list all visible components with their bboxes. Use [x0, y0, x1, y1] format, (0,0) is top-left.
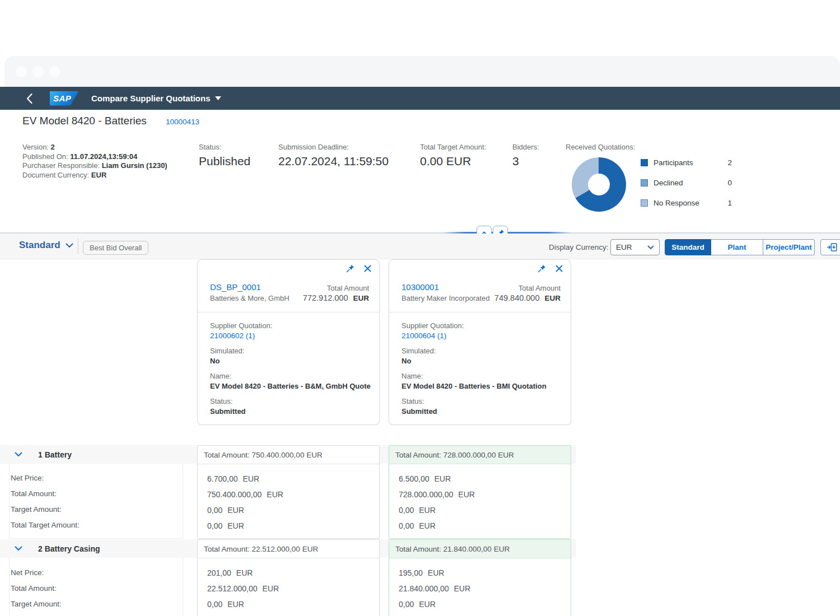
target-amount-value: 0.00 EUR — [420, 155, 471, 168]
card-divider — [198, 312, 379, 312]
close-icon[interactable] — [364, 265, 371, 272]
document-number-link[interactable]: 10000413 — [166, 118, 199, 126]
section-title: 1 Battery — [38, 450, 72, 459]
chevron-down-icon — [66, 243, 73, 248]
segment-project-plant[interactable]: Project/Plant — [763, 239, 815, 255]
supplier-name: Batteries & More, GmbH — [210, 294, 290, 302]
status-label: Status: — [199, 143, 221, 151]
received-quotations-donut — [572, 157, 626, 212]
bidders-value: 3 — [512, 155, 519, 168]
pin-icon[interactable] — [538, 264, 546, 273]
add-quotation-column-button[interactable] — [820, 239, 840, 255]
participants-swatch — [641, 159, 648, 166]
deadline-label: Submission Deadline: — [278, 143, 349, 151]
received-quotations-label: Received Quotations: — [566, 143, 635, 151]
chevron-down-icon — [647, 245, 654, 250]
row-label-total-target-amount: Total Target Amount: — [11, 521, 80, 529]
field-value: Submitted — [402, 407, 437, 416]
row-label-net-price: Net Price: — [11, 474, 44, 482]
no-response-count: 1 — [721, 199, 732, 207]
caret-down-icon — [215, 96, 221, 100]
quotation-card-2: 10300001 Battery Maker Incorporated Tota… — [389, 259, 571, 425]
supplier-id-link[interactable]: 10300001 — [402, 282, 439, 292]
row-label-total-amount: Total Amount: — [11, 584, 57, 592]
best-bid-overall-button[interactable]: Best Bid Overall — [83, 241, 148, 255]
pin-icon[interactable] — [346, 264, 354, 273]
field-label: Supplier Quotation: — [402, 321, 464, 330]
back-button[interactable] — [26, 93, 33, 104]
card-total-value: 772.912.000EUR — [303, 293, 369, 302]
comparison-column-2-battery-casing: Total Amount: 21.840.000,00 EUR 195,00EU… — [389, 539, 571, 616]
field-value: Submitted — [210, 407, 246, 416]
section-title: 2 Battery Casing — [38, 544, 100, 553]
window-dot-1 — [16, 66, 27, 77]
card-total-value: 749.840.000EUR — [494, 293, 561, 302]
field-value: No — [402, 357, 411, 365]
app-title: Compare Supplier Quotations — [91, 94, 211, 103]
no-response-swatch — [641, 199, 648, 207]
shell-header: SAP Compare Supplier Quotations — [0, 87, 840, 110]
comparison-column-1-battery: Total Amount: 750.400.000,00 EUR 6.700,0… — [197, 445, 380, 539]
window-dot-3 — [49, 66, 60, 77]
column-section-total: Total Amount: 750.400.000,00 EUR — [198, 446, 379, 464]
declined-count: 0 — [721, 179, 732, 187]
row-label-net-price: Net Price: — [11, 568, 44, 577]
display-currency-select[interactable]: EUR — [610, 239, 660, 255]
sap-logo-text: SAP — [50, 94, 71, 103]
app-title-menu[interactable]: Compare Supplier Quotations — [91, 94, 221, 103]
field-label: Name: — [210, 372, 231, 380]
supplier-quotation-link[interactable]: 21000604 (1) — [402, 332, 446, 340]
collapse-section-button[interactable] — [15, 452, 22, 457]
display-currency-label: Display Currency: — [549, 243, 609, 251]
compare-supplier-quotations-screen: SAP Compare Supplier Quotations EV Model… — [0, 0, 840, 616]
document-meta: Version: 2 Published On: 11.07.2024,13:5… — [22, 143, 167, 180]
view-segmented-control: Standard Plant Project/Plant — [665, 239, 815, 255]
supplier-quotation-link[interactable]: 21000602 (1) — [210, 332, 255, 340]
field-value: EV Model 8420 - Batteries - BMI Quotatio… — [402, 382, 547, 390]
field-value: No — [210, 357, 220, 365]
close-icon[interactable] — [556, 265, 563, 272]
column-section-total: Total Amount: 22.512.000,00 EUR — [198, 540, 379, 558]
supplier-id-link[interactable]: DS_BP_0001 — [210, 282, 261, 292]
card-total-label: Total Amount — [519, 284, 561, 292]
target-amount-label: Total Target Amount: — [420, 143, 486, 151]
declined-swatch — [641, 179, 648, 186]
meta-purchaser: Purchaser Responsible: Liam Gursin (1230… — [22, 161, 167, 171]
meta-doc-currency: Document Currency: EUR — [22, 171, 167, 180]
bidders-label: Bidders: — [512, 143, 539, 151]
field-label: Status: — [402, 397, 424, 405]
variant-selector[interactable]: Standard — [19, 240, 73, 251]
field-label: Simulated: — [210, 347, 244, 355]
field-value: EV Model 8420 - Batteries - B&M, GmbH Qu… — [210, 382, 371, 390]
card-total-label: Total Amount — [327, 284, 369, 292]
deadline-value: 22.07.2024, 11:59:50 — [278, 155, 389, 168]
chevron-left-icon — [26, 93, 33, 104]
row-label-target-amount: Target Amount: — [11, 505, 62, 514]
segment-plant[interactable]: Plant — [711, 239, 763, 255]
add-column-icon — [827, 243, 837, 251]
comparison-column-2-battery: Total Amount: 728.000.000,00 EUR 6.500,0… — [389, 445, 571, 539]
participants-count: 2 — [721, 158, 732, 167]
status-value: Published — [199, 155, 250, 168]
segment-standard[interactable]: Standard — [665, 239, 711, 255]
browser-window-top — [4, 56, 840, 87]
field-label: Supplier Quotation: — [210, 321, 272, 330]
window-dot-2 — [32, 66, 44, 77]
row-label-target-amount: Target Amount: — [11, 600, 62, 608]
meta-version: Version: 2 — [22, 143, 167, 152]
sap-logo: SAP — [50, 91, 79, 106]
comparison-column-1-battery-casing: Total Amount: 22.512.000,00 EUR 201,00EU… — [197, 539, 380, 616]
page-title: EV Model 8420 - Batteries — [22, 115, 147, 127]
quotation-card-1: DS_BP_0001 Batteries & More, GmbH Total … — [197, 259, 380, 425]
column-section-total: Total Amount: 21.840.000,00 EUR — [389, 540, 571, 558]
field-label: Simulated: — [402, 347, 436, 355]
field-label: Status: — [210, 397, 232, 405]
column-section-total: Total Amount: 728.000.000,00 EUR — [389, 446, 571, 464]
supplier-name: Battery Maker Incorporated — [402, 294, 490, 302]
variant-label: Standard — [19, 240, 60, 251]
toolbar-separator — [78, 239, 78, 254]
field-label: Name: — [402, 372, 423, 380]
display-currency-value: EUR — [616, 243, 632, 251]
collapse-section-button[interactable] — [15, 546, 22, 551]
meta-published-on: Published On: 11.07.2024,13:59:04 — [22, 152, 167, 162]
